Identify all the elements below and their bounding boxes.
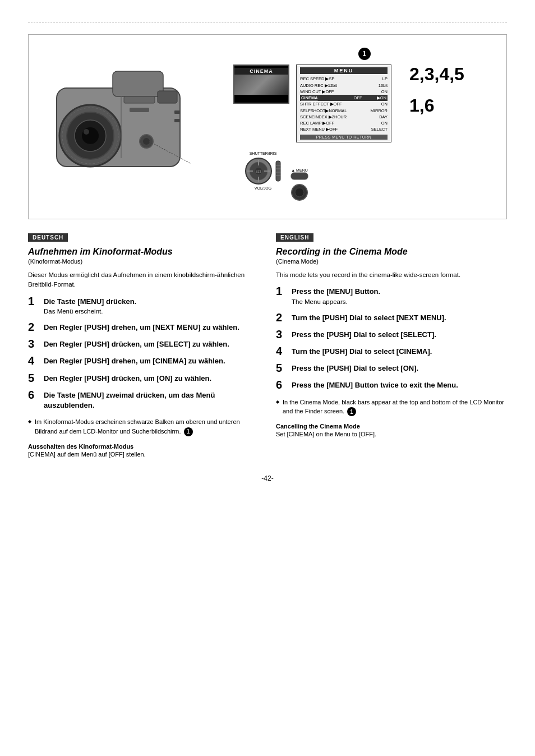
top-divider <box>28 22 507 23</box>
right-diagram-area: 1 CINEMA MENU REC SPEED ▶SP <box>230 48 495 201</box>
step-labels-right: 2,3,4,5 1,6 <box>409 64 464 115</box>
svg-rect-14 <box>174 110 180 114</box>
step-main-d3: Den Regler [PUSH] drücken, um [SELECT] z… <box>44 339 229 349</box>
shutter-iris-label: SHUTTER/IRIS <box>250 151 277 155</box>
deutsch-step-4: 4 Den Regler [PUSH] drehen, um [CINEMA] … <box>28 356 259 366</box>
step-number-d6: 6 <box>28 389 39 400</box>
step-sub-e1: The Menu appears. <box>292 297 380 306</box>
menu-row-1: AUDIO REC ▶12bit 16bit <box>300 82 388 89</box>
cinema-bars-bottom <box>234 95 288 103</box>
menu-button-group: ▲ MENU <box>290 168 308 201</box>
step-content-e1: Press the [MENU] Button. The Menu appear… <box>292 287 380 306</box>
deutsch-header: DEUTSCH <box>28 233 68 242</box>
step-number-e6: 6 <box>276 379 287 390</box>
diagram-box: 1 CINEMA MENU REC SPEED ▶SP <box>28 34 507 219</box>
english-intro: This mode lets you record in the cinema-… <box>276 270 507 280</box>
vol-jog-label: VOL/JOG <box>255 186 271 190</box>
menu-return: PRESS MENU TO RETURN <box>300 135 388 140</box>
svg-rect-9 <box>124 96 155 103</box>
dial-area: SET <box>245 157 282 185</box>
instructions-columns: DEUTSCH Aufnehmen im Kinoformat-Modus (K… <box>28 233 507 458</box>
english-header: ENGLISH <box>276 233 313 242</box>
menu-row-8: NEXT MENU ▶OFF SELECT <box>300 126 388 132</box>
scroll-wheel-icon <box>275 160 282 182</box>
english-cancelling-text: Set [CINEMA] on the Menu to [OFF]. <box>276 431 507 437</box>
cinema-image-area <box>234 73 288 95</box>
deutsch-step-5: 5 Den Regler [PUSH] drücken, um [ON] zu … <box>28 374 259 384</box>
step-number-d1: 1 <box>28 296 39 307</box>
page-number: -42- <box>28 474 507 482</box>
menu-button-icon <box>290 172 308 180</box>
step-main-e5: Press the [PUSH] Dial to select [ON]. <box>292 363 418 374</box>
step-main-e3: Press the [PUSH] Dial to select [SELECT]… <box>292 330 436 340</box>
deutsch-cancelling-header: Ausschalten des Kinoformat-Modus <box>28 443 259 450</box>
menu-panel: MENU REC SPEED ▶SP LP AUDIO REC ▶12bit 1… <box>296 64 391 142</box>
page: 1 CINEMA MENU REC SPEED ▶SP <box>0 0 535 756</box>
menu-label-small: ▲ MENU <box>291 168 307 172</box>
step-main-d6: Die Taste [MENU] zweimal drücken, um das… <box>44 390 259 411</box>
cinema-menu-row: CINEMA MENU REC SPEED ▶SP LP AUDIO REC ▶… <box>233 64 464 142</box>
step-number-e2: 2 <box>276 312 287 323</box>
deutsch-step-2: 2 Den Regler [PUSH] drehen, um [NEXT MEN… <box>28 322 259 333</box>
english-step-2: 2 Turn the [PUSH] Dial to select [NEXT M… <box>276 313 507 323</box>
step-content-d1: Die Taste [MENU] drücken. Das Menü ersch… <box>44 297 136 316</box>
deutsch-intro: Dieser Modus ermöglicht das Aufnehmen in… <box>28 270 259 290</box>
step-content-e5: Press the [PUSH] Dial to select [ON]. <box>292 363 418 374</box>
menu-row-4: SHTR EFFECT ▶OFF ON <box>300 101 388 107</box>
deutsch-cancelling-text: [CINEMA] auf dem Menü auf [OFF] stellen. <box>28 451 259 458</box>
camera-area <box>40 46 230 203</box>
step-main-d4: Den Regler [PUSH] drehen, um [CINEMA] zu… <box>44 356 225 366</box>
svg-point-32 <box>295 188 304 197</box>
deutsch-subtitle: (Kinoformat-Modus) <box>28 258 259 265</box>
svg-rect-10 <box>130 108 149 112</box>
shutter-dial-icon: SET <box>245 157 273 185</box>
deutsch-step-1: 1 Die Taste [MENU] drücken. Das Menü ers… <box>28 297 259 316</box>
english-subtitle: (Cinema Mode) <box>276 258 507 265</box>
svg-text:SET: SET <box>256 170 261 173</box>
step-number-e3: 3 <box>276 329 287 340</box>
english-cancelling-header: Cancelling the Cinema Mode <box>276 423 507 430</box>
svg-rect-30 <box>291 173 308 179</box>
deutsch-title: Aufnehmen im Kinoformat-Modus <box>28 246 259 257</box>
svg-point-13 <box>143 138 150 145</box>
shutter-iris-group: SHUTTER/IRIS SET <box>245 151 282 190</box>
english-note: In the Cinema Mode, black bars appear at… <box>276 398 507 417</box>
step-content-d4: Den Regler [PUSH] drehen, um [CINEMA] zu… <box>44 356 225 366</box>
english-step-5: 5 Press the [PUSH] Dial to select [ON]. <box>276 363 507 374</box>
step-number-e4: 4 <box>276 345 287 357</box>
step-sub-d1: Das Menü erscheint. <box>44 307 136 316</box>
column-deutsch: DEUTSCH Aufnehmen im Kinoformat-Modus (K… <box>28 233 259 458</box>
step-content-d2: Den Regler [PUSH] drehen, um [NEXT MENU]… <box>44 322 239 333</box>
column-english: ENGLISH Recording in the Cinema Mode (Ci… <box>276 233 507 458</box>
step-main-e2: Turn the [PUSH] Dial to select [NEXT MEN… <box>292 313 446 323</box>
deutsch-step-3: 3 Den Regler [PUSH] drücken, um [SELECT]… <box>28 339 259 349</box>
menu-row-cinema: CINEMA OFF ▶ON <box>300 95 388 101</box>
step-content-e4: Turn the [PUSH] Dial to select [CINEMA]. <box>292 347 432 357</box>
menu-row-6: SCENEINDEX ▶2HOUR DAY <box>300 114 388 120</box>
step-main-d2: Den Regler [PUSH] drehen, um [NEXT MENU]… <box>44 322 239 333</box>
english-step-6: 6 Press the [MENU] Button twice to exit … <box>276 380 507 390</box>
svg-rect-7 <box>113 71 163 96</box>
english-title: Recording in the Cinema Mode <box>276 246 507 257</box>
step-number-d4: 4 <box>28 355 39 366</box>
english-step-1: 1 Press the [MENU] Button. The Menu appe… <box>276 287 507 306</box>
step-main-d5: Den Regler [PUSH] drücken, um [ON] zu wä… <box>44 374 211 384</box>
step-content-e6: Press the [MENU] Button twice to exit th… <box>292 380 458 390</box>
steps-2345: 2,3,4,5 <box>409 64 464 84</box>
english-step-4: 4 Turn the [PUSH] Dial to select [CINEMA… <box>276 347 507 357</box>
step-number-e1: 1 <box>276 285 287 297</box>
menu-row-0: REC SPEED ▶SP LP <box>300 76 388 82</box>
step-content-e2: Turn the [PUSH] Dial to select [NEXT MEN… <box>292 313 446 323</box>
diagram-main: 1 CINEMA MENU REC SPEED ▶SP <box>40 46 495 203</box>
controls-row: SHUTTER/IRIS SET <box>245 151 308 201</box>
svg-rect-8 <box>158 91 177 103</box>
step-number-d2: 2 <box>28 321 39 333</box>
cinema-label: CINEMA <box>234 68 288 75</box>
step-number-d3: 3 <box>28 338 39 349</box>
svg-rect-15 <box>174 119 180 122</box>
camera-illustration <box>45 54 225 195</box>
step-main-d1: Die Taste [MENU] drücken. <box>44 297 136 307</box>
step-content-d6: Die Taste [MENU] zweimal drücken, um das… <box>44 390 259 411</box>
menu-row-2: WIND CUT ▶OFF ON <box>300 89 388 95</box>
note-circle-d: 1 <box>184 427 193 436</box>
